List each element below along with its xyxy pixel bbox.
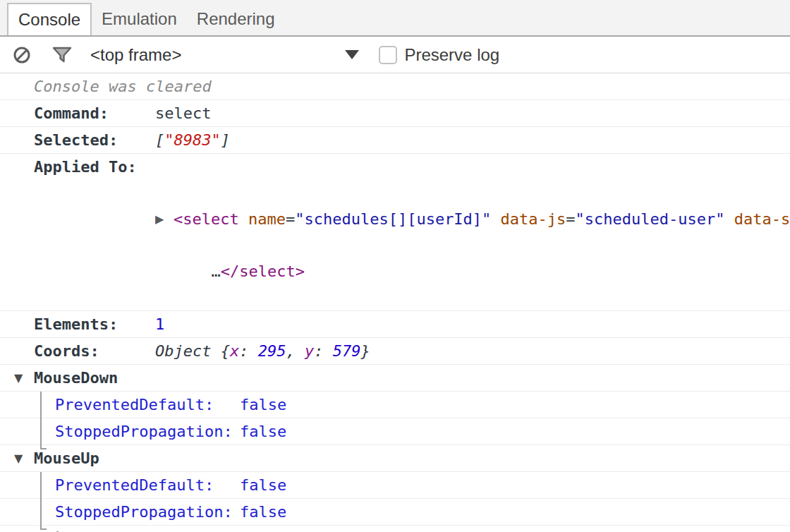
tab-rendering[interactable]: Rendering [187,3,285,35]
frame-selector[interactable]: <top frame> [90,45,359,65]
command-value: select [155,100,211,126]
elements-value: 1 [155,311,164,337]
log-row-stopped-propagation: StoppedPropagation: false [0,499,790,526]
applied-to-value: ▶<select name="schedules[][userId]" data… [155,154,790,310]
group-header-click[interactable]: ▼ Click [0,526,790,532]
collapse-triangle-icon[interactable]: ▼ [14,365,34,391]
drawer-tab-bar: Console Emulation Rendering [0,0,790,37]
log-row-coords: Coords: Object {x: 295, y: 579} [0,338,790,365]
console-cleared-message: Console was cleared [0,73,790,100]
collapse-triangle-icon[interactable]: ▼ [14,445,34,471]
tab-console[interactable]: Console [7,3,92,35]
group-children-mouseup: PreventedDefault: false StoppedPropagati… [0,472,790,526]
selected-label: Selected: [34,127,155,153]
preserve-log-label[interactable]: Preserve log [404,45,499,65]
tab-emulation-label: Emulation [102,9,177,29]
coords-label: Coords: [34,338,155,364]
log-row-elements: Elements: 1 [0,311,790,338]
elements-label: Elements: [34,311,155,337]
html-element-preview-close: …</select> [211,262,304,280]
log-row-prevented-default: PreventedDefault: false [0,472,790,499]
group-children-mousedown: PreventedDefault: false StoppedPropagati… [0,392,790,445]
frame-selector-value: <top frame> [90,45,181,65]
log-row-command: Command: select [0,100,790,127]
applied-to-label: Applied To: [34,154,155,180]
clear-console-icon[interactable] [13,46,31,64]
console-toolbar: <top frame> Preserve log [0,37,790,73]
console-log-area: Console was cleared Command: select Sele… [0,73,790,532]
filter-icon[interactable] [52,46,72,64]
log-row-applied-to: Applied To: ▶<select name="schedules[][u… [0,154,790,311]
expand-triangle-icon[interactable]: ▶ [155,206,174,232]
log-row-prevented-default: PreventedDefault: false [0,392,790,418]
log-row-stopped-propagation: StoppedPropagation: false [0,418,790,445]
collapse-triangle-icon[interactable]: ▼ [14,526,34,532]
command-label: Command: [34,100,155,126]
html-element-preview[interactable]: ▶<select name="schedules[][userId]" data… [155,206,790,232]
log-row-selected: Selected: ["8983"] [0,127,790,154]
tab-rendering-label: Rendering [197,9,275,29]
group-name: MouseDown [34,365,118,391]
dropdown-arrow-icon [345,50,359,59]
group-header-mousedown[interactable]: ▼ MouseDown [0,365,790,392]
object-preview[interactable]: Object {x: 295, y: 579} [155,338,370,364]
tab-console-label: Console [18,10,80,30]
preserve-log-checkbox[interactable] [379,46,397,64]
selected-value: ["8983"] [155,127,230,153]
group-header-mouseup[interactable]: ▼ MouseUp [0,445,790,472]
tab-emulation[interactable]: Emulation [92,3,187,35]
